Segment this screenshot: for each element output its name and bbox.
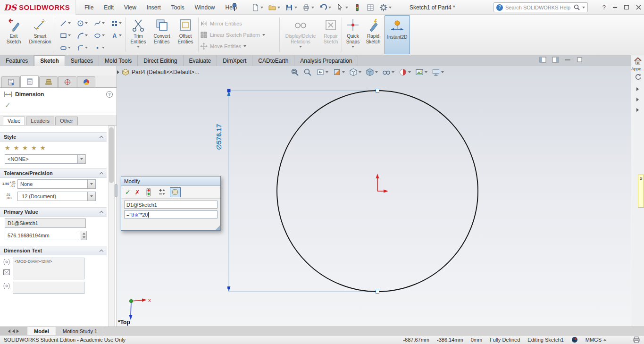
style-select[interactable]: <NONE> <box>5 154 86 164</box>
smart-dimension-button[interactable]: Smart Dimension <box>26 16 54 53</box>
spline-tool-button[interactable] <box>91 17 108 29</box>
dimension-text-area[interactable]: <MOD-DIAM><DIM> <box>13 258 84 279</box>
thumbwheel-toggle-button[interactable] <box>170 187 181 197</box>
appearances-tab[interactable]: Appe... <box>631 67 644 71</box>
tab-mold-tools[interactable]: Mold Tools <box>99 55 138 66</box>
select-button[interactable] <box>335 2 349 13</box>
dimxpert-manager-tab[interactable] <box>58 76 76 87</box>
expand-tree-icon[interactable] <box>117 70 119 74</box>
accept-button[interactable]: ✓ <box>125 188 131 196</box>
tab-leaders[interactable]: Leaders <box>26 117 54 125</box>
menu-view[interactable]: View <box>119 0 142 15</box>
menu-tools[interactable]: Tools <box>166 0 190 15</box>
fillet-tool-button[interactable] <box>74 42 91 54</box>
tab-sketch[interactable]: Sketch <box>34 55 65 66</box>
menu-file[interactable]: File <box>79 0 99 15</box>
display-style-button[interactable] <box>366 68 378 76</box>
ellipse-tool-button[interactable] <box>91 29 108 42</box>
edit-appearance-button[interactable] <box>399 68 411 76</box>
rectangle-tool-button[interactable] <box>57 29 74 42</box>
offset-entities-button[interactable]: Offset Entities <box>175 16 196 53</box>
convert-entities-button[interactable]: Convert Entities <box>150 16 174 53</box>
restore-button[interactable] <box>624 5 629 9</box>
style-section-header[interactable]: Style <box>0 132 107 142</box>
refresh-tab[interactable] <box>631 73 644 81</box>
tab-evaluate[interactable]: Evaluate <box>184 55 217 66</box>
add-style-icon[interactable]: ★ <box>14 144 19 151</box>
properties-sheet-button[interactable] <box>365 2 376 13</box>
menu-insert[interactable]: Insert <box>142 0 166 15</box>
section-view-button[interactable] <box>333 68 345 76</box>
tab-other[interactable]: Other <box>55 117 78 125</box>
property-manager-tab[interactable] <box>20 76 39 87</box>
pin-menu-icon[interactable] <box>231 3 238 11</box>
menu-window[interactable]: Window <box>190 0 220 15</box>
arc-tool-button[interactable] <box>74 29 91 42</box>
zoom-to-fit-button[interactable] <box>291 68 299 76</box>
view-settings-button[interactable] <box>432 68 444 76</box>
feature-manager-tab[interactable] <box>1 76 20 87</box>
dimension-text-section-header[interactable]: Dimension Text <box>0 246 107 255</box>
panel-splitter-handle[interactable] <box>115 184 117 197</box>
flyout-tree-breadcrumb[interactable]: Part4 (Default<<Default>... <box>117 68 199 76</box>
search-icon[interactable] <box>574 4 580 10</box>
slot-tool-button[interactable] <box>57 42 74 54</box>
rapid-sketch-button[interactable]: Rapid Sketch <box>363 16 384 53</box>
tab-value[interactable]: Value <box>3 117 25 125</box>
panel-scrollbar[interactable] <box>108 126 115 327</box>
spin-increment-icon[interactable] <box>157 188 166 196</box>
view-orientation-button[interactable] <box>349 68 361 76</box>
dimension-handle-filled[interactable] <box>227 89 231 92</box>
float-pane-icon[interactable] <box>577 57 583 63</box>
breadcrumb-text[interactable]: Part4 (Default<<Default>... <box>132 69 199 76</box>
instant2d-button[interactable]: Instant2D <box>385 15 410 54</box>
unit-system-selector[interactable]: MMGS <box>585 337 606 343</box>
options-button[interactable] <box>378 2 393 13</box>
circle-tool-button[interactable] <box>74 17 91 29</box>
sketch-pattern-button[interactable] <box>108 17 125 29</box>
dimension-value-label[interactable]: ∅576.17 <box>215 124 223 150</box>
delete-style-icon[interactable]: ★ <box>22 144 28 151</box>
configuration-manager-tab[interactable] <box>39 76 58 87</box>
load-style-icon[interactable]: ★ <box>40 144 46 151</box>
tab-cadtoearth[interactable]: CADtoEarth <box>252 55 294 66</box>
new-document-button[interactable] <box>250 2 264 13</box>
quick-snaps-button[interactable]: Quick Snaps <box>343 16 363 53</box>
dimension-value-field[interactable]: 576.16686194mm <box>5 231 79 240</box>
dimension-equation-input[interactable]: ="thk"*20 <box>124 210 217 218</box>
tab-features[interactable]: Features <box>0 55 34 66</box>
search-scope-dropdown-icon[interactable] <box>582 7 585 8</box>
apply-default-style-icon[interactable]: ★ <box>5 144 10 151</box>
search-input[interactable]: ? Search SOLIDWORKS Help <box>493 2 588 12</box>
primary-value-section-header[interactable]: Primary Value <box>0 207 107 217</box>
modify-dialog-titlebar[interactable]: Modify <box>121 176 220 186</box>
previous-view-button[interactable] <box>316 68 328 76</box>
circle-top-quadrant-handle[interactable] <box>376 89 379 92</box>
tab-surfaces[interactable]: Surfaces <box>65 55 99 66</box>
hide-show-items-button[interactable] <box>382 68 394 76</box>
dock-pane-left-icon[interactable] <box>539 57 546 63</box>
exit-sketch-button[interactable]: Exit Sketch <box>2 16 25 53</box>
undo-button[interactable] <box>318 2 332 13</box>
line-tool-button[interactable] <box>57 17 74 29</box>
tab-direct-editing[interactable]: Direct Editing <box>138 55 183 66</box>
print-status-icon[interactable] <box>633 336 640 343</box>
dimension-endpoint-handle[interactable] <box>227 286 230 289</box>
value-spinner[interactable] <box>81 231 87 240</box>
dimension-name-field[interactable]: D1@Sketch1 <box>5 218 86 228</box>
motion-study-tab[interactable]: Motion Study 1 <box>56 327 104 335</box>
save-button[interactable] <box>284 2 298 13</box>
tab-analysis-preparation[interactable]: Analysis Preparation <box>294 55 358 66</box>
precision-select[interactable]: .12 (Document) <box>17 192 96 201</box>
tolerance-select[interactable]: None <box>17 179 96 189</box>
scrollbar-thumb[interactable] <box>109 127 114 183</box>
close-button[interactable] <box>636 5 641 10</box>
text-box-icon[interactable] <box>3 269 10 276</box>
tab-dimxpert[interactable]: DimXpert <box>217 55 252 66</box>
app-help-button[interactable]: ? <box>602 4 606 11</box>
expand-pane-arrow[interactable] <box>631 98 644 101</box>
panel-ok-button[interactable]: ✓ <box>0 101 117 112</box>
apply-scene-button[interactable] <box>415 68 427 76</box>
display-manager-tab[interactable] <box>77 76 95 87</box>
dimension-name-input[interactable]: D1@Sketch1 <box>124 201 217 209</box>
